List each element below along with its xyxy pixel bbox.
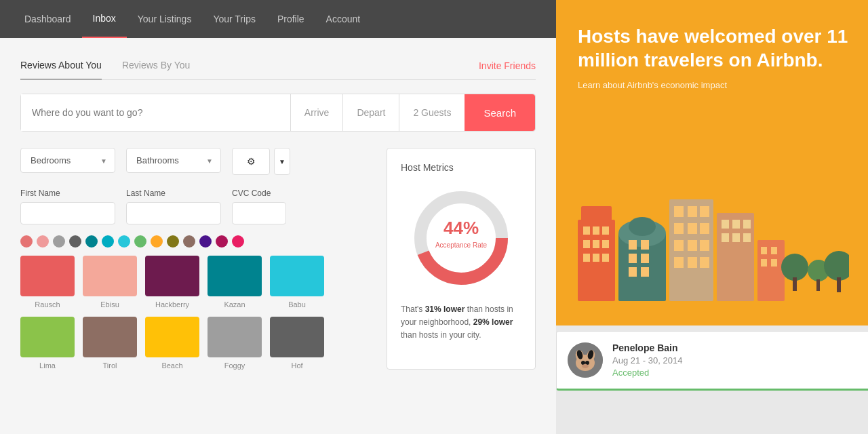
metrics-text-part3: than hosts in your city. [401, 330, 481, 340]
tab-reviews-by-you[interactable]: Reviews By You [122, 52, 190, 80]
gear-icon: ⚙ [247, 156, 256, 167]
color-dot-dark-pink[interactable] [216, 235, 228, 248]
content-area: Bedrooms ▼ Bathrooms ▼ ⚙ [20, 148, 536, 370]
swatch-item-ebisu: Ebisu [83, 256, 137, 309]
swatch-hof[interactable] [270, 317, 324, 357]
swatch-rausch[interactable] [20, 256, 75, 296]
color-grid: RauschEbisuHackberryKazanBabu LimaTirolB… [20, 256, 373, 370]
color-dot-pink[interactable] [37, 235, 49, 248]
svg-rect-6 [583, 226, 590, 235]
color-dot-brown[interactable] [183, 235, 195, 248]
chevron-down-icon: ▼ [279, 158, 285, 165]
search-button[interactable]: Search [465, 94, 535, 131]
color-dot-green[interactable] [134, 235, 146, 248]
avatar [568, 342, 603, 378]
color-dot-dark-grey[interactable] [69, 235, 81, 248]
search-bar: Arrive Depart 2 Guests Search [20, 94, 536, 132]
swatch-lima[interactable] [20, 317, 75, 357]
color-dot-teal[interactable] [85, 235, 98, 248]
nav-listings[interactable]: Your Listings [127, 0, 203, 38]
nav-dashboard[interactable]: Dashboard [14, 0, 82, 38]
svg-point-17 [629, 217, 656, 236]
color-dot-magenta[interactable] [232, 235, 244, 248]
last-name-input[interactable] [126, 202, 221, 224]
swatch-item-babu: Babu [270, 256, 324, 309]
color-dots [20, 235, 373, 248]
svg-point-63 [582, 364, 589, 368]
invite-friends-link[interactable]: Invite Friends [479, 60, 536, 71]
svg-text:44%: 44% [443, 218, 479, 238]
svg-rect-26 [688, 206, 697, 217]
bathrooms-select-wrapper: Bathrooms ▼ [126, 148, 221, 173]
tab-reviews-about-you[interactable]: Reviews About You [20, 52, 102, 80]
first-name-input[interactable] [20, 202, 115, 224]
nav-bar: Dashboard Inbox Your Listings Your Trips… [0, 0, 556, 38]
swatch-label-kazan: Kazan [224, 300, 245, 309]
svg-rect-20 [629, 254, 637, 263]
swatch-item-hackberry: Hackberry [145, 256, 199, 309]
ad-subtitle[interactable]: Learn about Airbnb's economic impact [578, 80, 849, 90]
bedrooms-select[interactable]: Bedrooms [20, 148, 115, 173]
svg-rect-54 [837, 277, 841, 292]
last-name-label: Last Name [126, 189, 221, 198]
nav-inbox[interactable]: Inbox [82, 0, 127, 38]
swatch-label-ebisu: Ebisu [100, 300, 119, 309]
svg-rect-30 [700, 223, 709, 234]
swatch-item-foggy: Foggy [208, 317, 262, 370]
metrics-highlight1: 31% lower [425, 304, 465, 314]
color-dot-red[interactable] [20, 235, 33, 248]
svg-rect-18 [629, 240, 637, 250]
color-dot-light-cyan[interactable] [118, 235, 130, 248]
settings-row: ⚙ ▼ [232, 148, 290, 175]
settings-button[interactable]: ⚙ [232, 148, 270, 175]
swatch-tirol[interactable] [83, 317, 137, 357]
cvc-input[interactable] [232, 202, 286, 224]
booking-name: Penelope Bain [612, 342, 682, 353]
svg-rect-27 [700, 206, 709, 217]
guests-field[interactable]: 2 Guests [399, 94, 465, 131]
svg-rect-34 [674, 257, 684, 268]
swatch-beach[interactable] [145, 317, 199, 357]
svg-rect-36 [700, 257, 709, 268]
depart-field[interactable]: Depart [342, 94, 399, 131]
svg-point-49 [781, 254, 808, 281]
search-input[interactable] [21, 94, 290, 131]
bathrooms-select[interactable]: Bathrooms [126, 148, 221, 173]
swatch-ebisu[interactable] [83, 256, 137, 296]
nav-account[interactable]: Account [315, 0, 372, 38]
svg-rect-9 [583, 240, 590, 248]
color-dot-cyan[interactable] [102, 235, 114, 248]
svg-text:Acceptance Rate: Acceptance Rate [435, 241, 488, 249]
bedrooms-select-wrapper: Bedrooms ▼ [20, 148, 115, 173]
right-panel: Hosts have welcomed over 11 million trav… [556, 0, 868, 434]
arrive-field[interactable]: Arrive [290, 94, 343, 131]
color-dot-olive[interactable] [167, 235, 179, 248]
nav-profile[interactable]: Profile [267, 0, 315, 38]
swatch-label-lima: Lima [39, 361, 56, 370]
swatch-foggy[interactable] [208, 317, 262, 357]
color-dot-orange[interactable] [151, 235, 163, 248]
color-dot-grey[interactable] [53, 235, 65, 248]
ad-title: Hosts have welcomed over 11 million trav… [578, 24, 849, 72]
svg-rect-10 [593, 240, 599, 248]
form-fields: First Name Last Name CVC Code [20, 189, 373, 224]
swatch-hackberry[interactable] [145, 256, 199, 296]
booking-status: Accepted [612, 368, 682, 378]
svg-rect-22 [629, 267, 637, 277]
metrics-highlight2: 29% lower [473, 317, 513, 327]
booking-card: Penelope Bain Aug 21 - 30, 2014 Accepted [556, 331, 868, 391]
main-content: Reviews About You Reviews By You Invite … [0, 38, 556, 434]
first-name-group: First Name [20, 189, 115, 224]
svg-rect-12 [583, 254, 590, 262]
swatch-babu[interactable] [270, 256, 324, 296]
color-dot-purple[interactable] [199, 235, 212, 248]
swatch-item-hof: Hof [270, 317, 324, 370]
nav-trips[interactable]: Your Trips [202, 0, 267, 38]
svg-rect-47 [761, 259, 767, 267]
svg-rect-8 [602, 226, 609, 235]
dropdown-button[interactable]: ▼ [274, 148, 290, 175]
svg-rect-40 [743, 220, 751, 229]
ad-banner: Hosts have welcomed over 11 million trav… [556, 0, 868, 326]
swatch-kazan[interactable] [208, 256, 262, 296]
svg-rect-29 [688, 223, 697, 234]
